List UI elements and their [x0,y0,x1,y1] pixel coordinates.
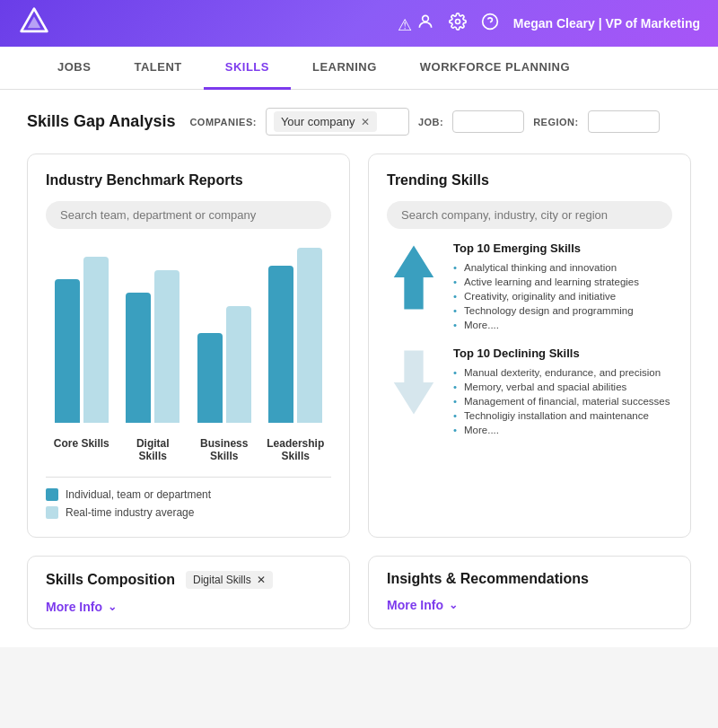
emerging-skills-section: Top 10 Emerging Skills Analytical thinki… [387,241,672,332]
industry-benchmark-panel: Industry Benchmark Reports Core SkillsDi… [27,153,350,538]
job-label: JOB: [418,117,443,127]
declining-list: Manual dexterity, endurance, and precisi… [453,365,672,437]
benchmark-title: Industry Benchmark Reports [46,172,331,189]
chevron-down-icon: ⌄ [108,601,117,613]
insights-more-info[interactable]: More Info ⌄ [387,598,672,612]
companies-filter[interactable]: Your company ✕ [266,108,409,136]
bar-solid-1 [126,293,151,423]
remove-company-tag[interactable]: ✕ [361,116,370,128]
filter-row: COMPANIES: Your company ✕ JOB: REGION: [189,108,659,136]
declining-content: Top 10 Declining Skills Manual dexterity… [453,346,672,437]
bottom-panels: Skills Composition Digital Skills ✕ More… [27,556,691,629]
app-header: ⚠ Megan Cleary | VP of Marketing [0,0,718,47]
svg-point-2 [422,15,428,22]
emerging-item-4: More.... [453,318,672,332]
svg-marker-6 [394,245,433,309]
bar-light-0 [83,257,109,423]
skills-gap-bar: Skills Gap Analysis COMPANIES: Your comp… [27,108,691,136]
insights-panel: Insights & Recommendations More Info ⌄ [368,556,691,629]
skills-composition-panel: Skills Composition Digital Skills ✕ More… [27,556,350,629]
skills-gap-title: Skills Gap Analysis [27,112,175,131]
main-content: Skills Gap Analysis COMPANIES: Your comp… [0,90,718,647]
emerging-item-0: Analytical thinking and innovation [453,260,672,275]
job-input[interactable] [452,110,524,133]
bar-label-3: Leadership Skills [264,437,327,462]
nav-talent[interactable]: TALENT [112,47,203,90]
bar-label-1: Digital Skills [121,437,184,462]
emerging-item-1: Active learning and learning strategies [453,275,672,289]
declining-item-4: More.... [453,423,672,437]
declining-item-2: Management of financial, material succes… [453,394,672,408]
legend-solid: Individual, team or department [46,488,331,501]
nav-learning[interactable]: LEARNING [291,47,398,90]
declining-item-3: Technoligiy installation and maintenance [453,408,672,423]
emerging-list: Analytical thinking and innovationActive… [453,260,672,332]
bar-group-1 [126,270,180,423]
bar-group-0 [55,257,109,423]
emerging-content: Top 10 Emerging Skills Analytical thinki… [453,241,672,332]
emerging-item-2: Creativity, originality and initiative [453,289,672,303]
declining-item-0: Manual dexterity, endurance, and precisi… [453,365,672,380]
region-label: REGION: [533,117,579,127]
bar-label-0: Core Skills [50,437,113,462]
bar-group-3 [268,248,322,423]
bar-light-2 [226,306,251,423]
svg-marker-7 [394,350,433,414]
bar-solid-3 [268,266,293,423]
svg-point-3 [455,19,460,23]
bar-labels: Core SkillsDigital SkillsBusiness Skills… [46,437,331,462]
help-icon[interactable] [481,13,499,35]
trending-skills-panel: Trending Skills Top 10 Emerging Skills A… [368,153,691,538]
legend-solid-label: Individual, team or department [66,488,211,501]
logo[interactable] [18,5,50,41]
arrow-down-icon [387,346,441,422]
legend-light: Real-time industry average [46,506,331,519]
declining-skills-section: Top 10 Declining Skills Manual dexterity… [387,346,672,437]
trending-title: Trending Skills [387,172,672,189]
nav-skills[interactable]: SKILLS [204,47,291,90]
benchmark-search[interactable] [46,201,331,229]
chevron-down-icon: ⌄ [449,599,458,611]
declining-title: Top 10 Declining Skills [453,346,672,360]
bar-light-1 [154,270,180,423]
main-nav: JOBS TALENT SKILLS LEARNING WORKFORCE PL… [0,47,718,90]
remove-skill-tag[interactable]: ✕ [257,574,266,586]
trending-search[interactable] [387,201,672,229]
companies-label: COMPANIES: [189,117,256,127]
legend-light-label: Real-time industry average [66,506,194,519]
region-input[interactable] [588,110,660,133]
legend-solid-color [46,488,58,501]
bar-chart [46,243,331,423]
insights-header: Insights & Recommendations [387,571,672,587]
bar-solid-2 [197,333,223,423]
user-icon[interactable]: ⚠ [398,13,434,35]
arrow-up-icon [387,241,441,317]
composition-more-info[interactable]: More Info ⌄ [46,600,331,614]
emerging-title: Top 10 Emerging Skills [453,241,672,255]
bar-solid-0 [55,279,80,423]
header-right: ⚠ Megan Cleary | VP of Marketing [398,13,700,35]
emerging-item-3: Technology design and programming [453,303,672,318]
composition-title: Skills Composition [46,572,175,588]
user-name: Megan Cleary | VP of Marketing [513,16,700,31]
bar-group-2 [197,306,251,423]
settings-icon[interactable] [449,13,467,35]
main-panels: Industry Benchmark Reports Core SkillsDi… [27,153,691,538]
legend-light-color [46,506,58,519]
chart-legend: Individual, team or department Real-time… [46,477,331,519]
digital-skills-tag: Digital Skills ✕ [186,571,273,589]
company-tag: Your company ✕ [274,111,377,132]
insights-title: Insights & Recommendations [387,571,589,587]
declining-item-1: Memory, verbal and spacial abilities [453,380,672,394]
bar-light-3 [297,248,322,423]
bar-label-2: Business Skills [193,437,256,462]
nav-workforce-planning[interactable]: WORKFORCE PLANNING [398,47,591,90]
composition-header: Skills Composition Digital Skills ✕ [46,571,331,589]
nav-jobs[interactable]: JOBS [36,47,112,90]
